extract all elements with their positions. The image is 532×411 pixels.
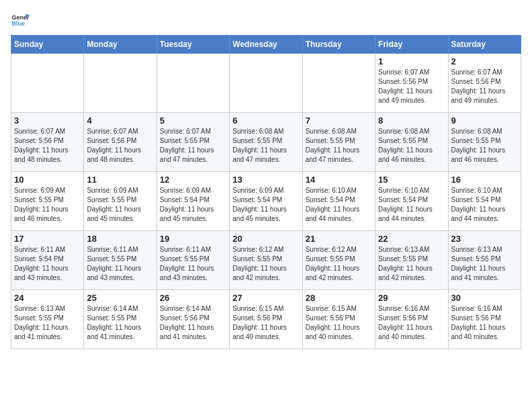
calendar-cell: 29Sunrise: 6:16 AM Sunset: 5:56 PM Dayli… [375,290,448,349]
day-number: 4 [87,116,153,126]
day-number: 5 [160,116,226,126]
calendar-cell: 17Sunrise: 6:11 AM Sunset: 5:54 PM Dayli… [11,231,84,290]
cell-text: Sunrise: 6:09 AM Sunset: 5:55 PM Dayligh… [14,186,81,224]
cell-text: Sunrise: 6:14 AM Sunset: 5:55 PM Dayligh… [87,304,153,342]
calendar-cell: 27Sunrise: 6:15 AM Sunset: 5:56 PM Dayli… [230,290,302,349]
day-number: 6 [232,116,299,126]
page-header: General Blue [11,11,521,30]
calendar-week-row: 1Sunrise: 6:07 AM Sunset: 5:56 PM Daylig… [11,54,521,113]
day-number: 15 [378,175,445,185]
cell-text: Sunrise: 6:11 AM Sunset: 5:55 PM Dayligh… [160,245,226,283]
cell-text: Sunrise: 6:14 AM Sunset: 5:56 PM Dayligh… [160,304,226,342]
calendar-cell: 18Sunrise: 6:11 AM Sunset: 5:55 PM Dayli… [84,231,157,290]
calendar-cell [84,54,157,113]
day-number: 18 [87,234,153,244]
cell-text: Sunrise: 6:13 AM Sunset: 5:55 PM Dayligh… [451,245,518,283]
calendar-cell: 28Sunrise: 6:15 AM Sunset: 5:56 PM Dayli… [302,290,375,349]
calendar-cell: 3Sunrise: 6:07 AM Sunset: 5:56 PM Daylig… [11,113,84,172]
calendar-cell: 1Sunrise: 6:07 AM Sunset: 5:56 PM Daylig… [375,54,448,113]
calendar-cell: 30Sunrise: 6:16 AM Sunset: 5:56 PM Dayli… [448,290,521,349]
cell-text: Sunrise: 6:08 AM Sunset: 5:55 PM Dayligh… [378,127,445,165]
cell-text: Sunrise: 6:16 AM Sunset: 5:56 PM Dayligh… [451,304,518,342]
weekday-header-friday: Friday [375,36,448,54]
cell-text: Sunrise: 6:08 AM Sunset: 5:55 PM Dayligh… [232,127,299,165]
calendar-cell: 16Sunrise: 6:10 AM Sunset: 5:54 PM Dayli… [448,172,521,231]
calendar-cell: 14Sunrise: 6:10 AM Sunset: 5:54 PM Dayli… [302,172,375,231]
day-number: 22 [378,234,445,244]
day-number: 12 [160,175,226,185]
day-number: 2 [451,56,518,66]
day-number: 25 [87,293,153,303]
calendar-header-row: SundayMondayTuesdayWednesdayThursdayFrid… [11,36,521,54]
calendar-cell: 4Sunrise: 6:07 AM Sunset: 5:56 PM Daylig… [84,113,157,172]
day-number: 8 [378,116,445,126]
cell-text: Sunrise: 6:15 AM Sunset: 5:56 PM Dayligh… [306,304,372,342]
cell-text: Sunrise: 6:09 AM Sunset: 5:54 PM Dayligh… [232,186,299,224]
day-number: 13 [232,175,299,185]
calendar-week-row: 10Sunrise: 6:09 AM Sunset: 5:55 PM Dayli… [11,172,521,231]
day-number: 27 [232,293,299,303]
day-number: 28 [306,293,372,303]
cell-text: Sunrise: 6:10 AM Sunset: 5:54 PM Dayligh… [451,186,518,224]
calendar-cell: 25Sunrise: 6:14 AM Sunset: 5:55 PM Dayli… [84,290,157,349]
day-number: 19 [160,234,226,244]
day-number: 24 [14,293,81,303]
cell-text: Sunrise: 6:07 AM Sunset: 5:56 PM Dayligh… [87,127,153,165]
cell-text: Sunrise: 6:07 AM Sunset: 5:56 PM Dayligh… [378,68,445,105]
cell-text: Sunrise: 6:09 AM Sunset: 5:54 PM Dayligh… [160,186,226,224]
calendar-cell [11,54,84,113]
day-number: 30 [451,293,518,303]
weekday-header-monday: Monday [84,36,157,54]
day-number: 17 [14,234,81,244]
calendar-cell: 8Sunrise: 6:08 AM Sunset: 5:55 PM Daylig… [375,113,448,172]
cell-text: Sunrise: 6:13 AM Sunset: 5:55 PM Dayligh… [14,304,81,342]
calendar-cell: 9Sunrise: 6:08 AM Sunset: 5:55 PM Daylig… [448,113,521,172]
svg-text:Blue: Blue [11,20,25,27]
calendar-cell: 13Sunrise: 6:09 AM Sunset: 5:54 PM Dayli… [230,172,302,231]
cell-text: Sunrise: 6:07 AM Sunset: 5:56 PM Dayligh… [14,127,81,165]
calendar-cell [157,54,229,113]
logo-icon: General Blue [11,11,30,30]
day-number: 1 [378,56,445,66]
calendar-week-row: 17Sunrise: 6:11 AM Sunset: 5:54 PM Dayli… [11,231,521,290]
cell-text: Sunrise: 6:15 AM Sunset: 5:56 PM Dayligh… [232,304,299,342]
cell-text: Sunrise: 6:12 AM Sunset: 5:55 PM Dayligh… [306,245,372,283]
calendar-cell [230,54,302,113]
calendar-cell: 19Sunrise: 6:11 AM Sunset: 5:55 PM Dayli… [157,231,229,290]
calendar-cell: 6Sunrise: 6:08 AM Sunset: 5:55 PM Daylig… [230,113,302,172]
calendar-cell [302,54,375,113]
cell-text: Sunrise: 6:08 AM Sunset: 5:55 PM Dayligh… [306,127,372,165]
logo: General Blue [11,11,32,30]
calendar-cell: 15Sunrise: 6:10 AM Sunset: 5:54 PM Dayli… [375,172,448,231]
calendar-cell: 11Sunrise: 6:09 AM Sunset: 5:55 PM Dayli… [84,172,157,231]
cell-text: Sunrise: 6:11 AM Sunset: 5:55 PM Dayligh… [87,245,153,283]
day-number: 26 [160,293,226,303]
weekday-header-tuesday: Tuesday [157,36,229,54]
calendar-cell: 5Sunrise: 6:07 AM Sunset: 5:55 PM Daylig… [157,113,229,172]
cell-text: Sunrise: 6:08 AM Sunset: 5:55 PM Dayligh… [451,127,518,165]
cell-text: Sunrise: 6:07 AM Sunset: 5:55 PM Dayligh… [160,127,226,165]
calendar-week-row: 24Sunrise: 6:13 AM Sunset: 5:55 PM Dayli… [11,290,521,349]
calendar-cell: 2Sunrise: 6:07 AM Sunset: 5:56 PM Daylig… [448,54,521,113]
day-number: 16 [451,175,518,185]
day-number: 7 [306,116,372,126]
calendar-cell: 20Sunrise: 6:12 AM Sunset: 5:55 PM Dayli… [230,231,302,290]
weekday-header-saturday: Saturday [448,36,521,54]
calendar-cell: 26Sunrise: 6:14 AM Sunset: 5:56 PM Dayli… [157,290,229,349]
day-number: 9 [451,116,518,126]
cell-text: Sunrise: 6:16 AM Sunset: 5:56 PM Dayligh… [378,304,445,342]
weekday-header-thursday: Thursday [302,36,375,54]
calendar-cell: 10Sunrise: 6:09 AM Sunset: 5:55 PM Dayli… [11,172,84,231]
calendar-week-row: 3Sunrise: 6:07 AM Sunset: 5:56 PM Daylig… [11,113,521,172]
day-number: 21 [306,234,372,244]
cell-text: Sunrise: 6:07 AM Sunset: 5:56 PM Dayligh… [451,68,518,105]
calendar-cell: 21Sunrise: 6:12 AM Sunset: 5:55 PM Dayli… [302,231,375,290]
day-number: 11 [87,175,153,185]
day-number: 29 [378,293,445,303]
calendar-cell: 24Sunrise: 6:13 AM Sunset: 5:55 PM Dayli… [11,290,84,349]
day-number: 20 [232,234,299,244]
calendar-cell: 12Sunrise: 6:09 AM Sunset: 5:54 PM Dayli… [157,172,229,231]
cell-text: Sunrise: 6:10 AM Sunset: 5:54 PM Dayligh… [306,186,372,224]
cell-text: Sunrise: 6:09 AM Sunset: 5:55 PM Dayligh… [87,186,153,224]
weekday-header-sunday: Sunday [11,36,84,54]
